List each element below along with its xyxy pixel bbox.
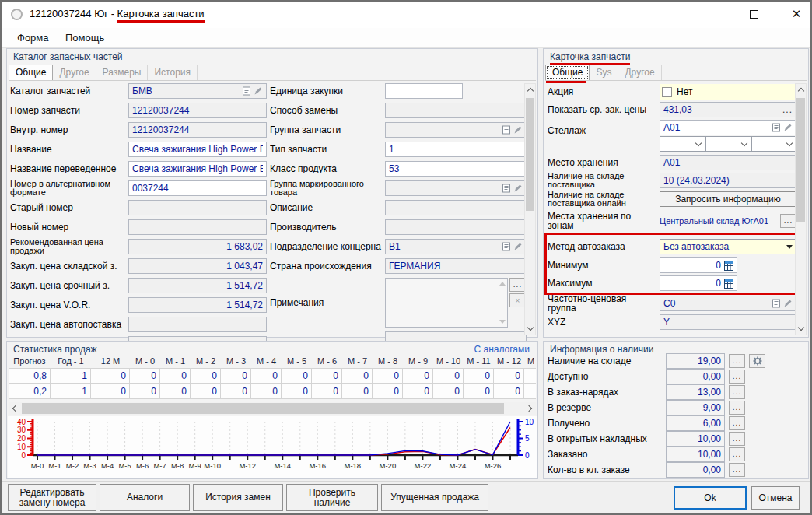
shelf-field[interactable]: A01: [660, 120, 796, 135]
book-icon[interactable]: [502, 242, 511, 251]
zones-more-button[interactable]: ...: [780, 214, 796, 228]
notes-more-button[interactable]: ...: [509, 278, 526, 292]
card-scrollbar[interactable]: [795, 83, 807, 335]
manufacturer-field[interactable]: [385, 219, 527, 235]
name-field[interactable]: Свеча зажигания High Power BOSC: [128, 142, 267, 157]
book-icon[interactable]: [772, 299, 781, 308]
storage-field[interactable]: A01: [660, 155, 796, 170]
marked-goods-group-field[interactable]: [385, 180, 527, 196]
calculator-icon[interactable]: [724, 279, 733, 289]
more-button[interactable]: ...: [729, 447, 745, 461]
new-number-field[interactable]: [128, 219, 267, 235]
catalog-field[interactable]: БМВ: [128, 83, 267, 99]
part-group-field[interactable]: [385, 122, 527, 138]
description-field[interactable]: [385, 200, 527, 215]
textarea-scroll-down-icon[interactable]: [499, 320, 506, 324]
calculator-icon[interactable]: [724, 261, 733, 271]
part-type-field[interactable]: 1: [385, 142, 527, 157]
scroll-left-button[interactable]: [9, 402, 20, 415]
book-icon[interactable]: [502, 184, 511, 193]
more-button[interactable]: ...: [729, 416, 745, 430]
tab-obshchie-card[interactable]: Общие: [545, 65, 590, 80]
purchase-unit-field[interactable]: [385, 83, 463, 99]
retail-price-field[interactable]: 1 683,02: [128, 239, 267, 254]
menu-help[interactable]: Помощь: [65, 32, 104, 44]
scroll-thumb[interactable]: [796, 98, 805, 222]
analogs-button[interactable]: Аналоги: [100, 484, 190, 511]
scroll-down-button[interactable]: [525, 323, 535, 335]
scroll-down-button[interactable]: [796, 323, 806, 335]
lost-sale-button[interactable]: Упущенная продажа: [381, 484, 488, 511]
notes-clear-button[interactable]: ×: [509, 293, 526, 307]
edit-replacement-button[interactable]: Редактировать замену номера: [8, 484, 96, 511]
scroll-up-button[interactable]: [796, 84, 806, 96]
pencil-icon[interactable]: [254, 86, 263, 96]
scroll-up-button[interactable]: [525, 84, 535, 96]
shelf-combo-1[interactable]: [660, 136, 705, 152]
tab-sys[interactable]: Sys: [590, 65, 618, 80]
scroll-thumb[interactable]: [22, 403, 504, 414]
gear-button[interactable]: [749, 354, 765, 368]
action-checkbox[interactable]: [662, 87, 672, 97]
replace-method-field[interactable]: [385, 103, 527, 118]
catalog-scrollbar[interactable]: [524, 83, 536, 335]
scroll-right-button[interactable]: [524, 402, 536, 415]
notes-textarea[interactable]: [385, 278, 508, 328]
alt-number-field[interactable]: 0037244: [128, 180, 267, 196]
book-icon[interactable]: [502, 125, 511, 135]
more-button[interactable]: ...: [729, 432, 745, 446]
more-button[interactable]: ...: [729, 385, 745, 399]
stock-price-field[interactable]: 1 043,47: [128, 258, 267, 274]
xyz-field[interactable]: Y: [660, 314, 796, 330]
cancel-button[interactable]: Отмена: [751, 486, 800, 510]
textarea-scroll-up-icon[interactable]: [499, 282, 506, 286]
pencil-icon[interactable]: [513, 125, 523, 135]
pencil-icon[interactable]: [513, 242, 523, 251]
internal-number-field[interactable]: 12120037244: [128, 122, 267, 138]
tab-drugoe[interactable]: Другое: [53, 65, 96, 80]
avg-price-field[interactable]: 431,03...: [660, 102, 796, 117]
translated-name-field[interactable]: Свеча зажигания High Power BOSC: [128, 161, 267, 177]
supplier-stock-field[interactable]: 10 (24.03.2024): [660, 173, 796, 188]
shelf-combo-2[interactable]: [705, 136, 751, 152]
tab-razmery[interactable]: Размеры: [96, 65, 149, 80]
concern-division-field[interactable]: B1: [385, 239, 527, 254]
maximum-field[interactable]: 0: [660, 275, 737, 291]
vor-price-field[interactable]: 1 514,72: [128, 297, 267, 313]
tab-drugoe-card[interactable]: Другое: [618, 65, 661, 80]
analogs-link[interactable]: С аналогами: [474, 344, 530, 355]
stats-hscrollbar[interactable]: [9, 402, 536, 415]
check-availability-button[interactable]: Проверить наличие: [286, 484, 378, 511]
more-button[interactable]: ...: [729, 401, 745, 415]
tab-obshchie[interactable]: Общие: [9, 65, 53, 80]
origin-country-field[interactable]: ГЕРМАНИЯ: [385, 258, 527, 274]
request-info-button[interactable]: Запросить информацию: [660, 191, 796, 207]
pencil-icon[interactable]: [513, 184, 523, 193]
tab-istoriya[interactable]: История: [148, 65, 198, 80]
autoorder-dropdown[interactable]: Без автозаказа: [660, 239, 796, 254]
scroll-thumb[interactable]: [526, 98, 534, 211]
replacement-history-button[interactable]: История замен: [193, 484, 283, 511]
auto-supply-price-field[interactable]: [128, 317, 267, 332]
more-dots[interactable]: ...: [782, 107, 793, 113]
menu-forma[interactable]: Форма: [17, 32, 49, 44]
product-class-field[interactable]: 53: [385, 161, 527, 177]
shelf-combo-3[interactable]: [751, 136, 796, 152]
book-icon[interactable]: [242, 86, 251, 96]
part-number-field[interactable]: 12120037244: [128, 103, 267, 118]
close-button[interactable]: ✕: [779, 2, 812, 26]
more-button[interactable]: ...: [729, 463, 745, 477]
urgent-price-field[interactable]: 1 514,72: [128, 278, 267, 293]
ok-button[interactable]: Ok: [674, 486, 747, 510]
maximize-button[interactable]: [737, 2, 771, 26]
pencil-icon[interactable]: [783, 299, 793, 308]
more-button[interactable]: ...: [729, 354, 745, 368]
freq-group-field[interactable]: C0: [660, 296, 796, 311]
more-button[interactable]: ...: [729, 370, 745, 384]
minimum-field[interactable]: 0: [660, 258, 737, 273]
svg-text:5: 5: [525, 434, 530, 443]
old-number-field[interactable]: [128, 200, 267, 215]
pencil-icon[interactable]: [783, 123, 793, 132]
minimize-button[interactable]: —: [694, 2, 728, 26]
book-icon[interactable]: [772, 123, 781, 132]
